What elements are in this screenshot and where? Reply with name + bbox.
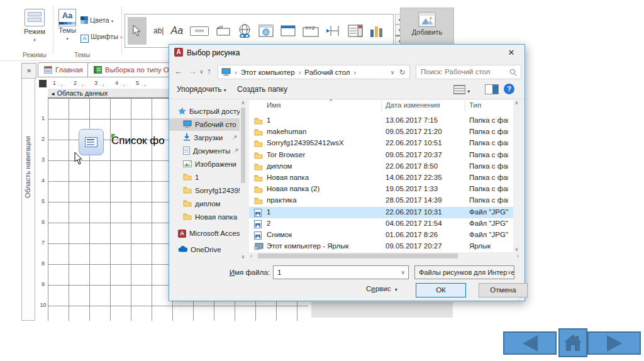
sidebar-item-3[interactable]: Документы [169, 145, 240, 157]
file-row-0[interactable]: 113.06.2017 7:15Папка с файлам [249, 115, 513, 126]
column-header-type[interactable]: Тип [469, 101, 481, 109]
file-row-10[interactable]: Снимок01.06.2017 8:26Файл "JPG" [249, 230, 513, 241]
tab-main-form[interactable]: Главная [38, 62, 89, 77]
new-folder-button[interactable]: Создать папку [237, 85, 287, 94]
address-dropdown-icon[interactable]: ∨ [391, 69, 395, 75]
file-row-11[interactable]: Этот компьютер - Ярлык09.05.2017 20:27Яр… [249, 241, 513, 252]
breadcrumb-desktop[interactable]: Рабочий стол [304, 69, 350, 76]
address-bar[interactable]: › Этот компьютер › Рабочий стол › ∨ ↻ [218, 65, 410, 79]
form-label-control[interactable]: Список фо [111, 135, 165, 147]
file-row-6[interactable]: Новая папка (2)19.05.2017 1:33Папка с фа… [249, 184, 513, 195]
file-row-3[interactable]: Tor Browser09.05.2017 20:37Папка с файла… [249, 150, 513, 161]
navigation-pane-collapsed[interactable]: Область навигации [21, 78, 35, 321]
sidebar-item-8[interactable]: Новая папка [169, 211, 240, 223]
organize-button[interactable]: Упорядочить ▾ [177, 85, 226, 94]
folder-icon [183, 173, 192, 182]
hyperlink-tool[interactable] [238, 24, 252, 38]
recent-locations-button[interactable]: ∨ [199, 69, 204, 75]
file-row-5[interactable]: Новая папка14.06.2017 22:35Папка с файла… [249, 172, 513, 184]
scroll-left-icon[interactable]: ‹ [250, 253, 252, 259]
page-tool[interactable]: XYZ [303, 25, 319, 37]
dialog-titlebar[interactable]: A Выбор рисунка ✕ [169, 45, 525, 61]
filename-input[interactable]: 1 ∨ [273, 265, 409, 279]
tab-control-tool[interactable] [216, 25, 231, 36]
image-icon [418, 12, 436, 27]
ok-button[interactable]: ОК [416, 283, 466, 297]
h-ruler-mark: 2 [74, 80, 77, 86]
slide-back-button[interactable] [503, 331, 557, 355]
forward-button[interactable]: → [188, 66, 197, 76]
close-button[interactable]: ✕ [502, 47, 521, 59]
ruler-corner-selector[interactable] [39, 80, 47, 87]
navigation-control-tool[interactable] [280, 25, 296, 36]
mode-button[interactable]: Режим ▾ [20, 9, 49, 43]
back-button[interactable]: ← [174, 66, 183, 76]
button-tool[interactable]: xxxx [190, 26, 209, 36]
sidebar-item-label: OneDrive [191, 246, 221, 253]
sidebar-item-2[interactable]: Загрузки [169, 131, 240, 144]
scroll-up-icon[interactable]: ∧ [240, 100, 247, 106]
help-button[interactable]: ? [504, 84, 514, 94]
slide-home-button[interactable] [558, 328, 587, 357]
nav-pane-expand-button[interactable]: » [21, 63, 36, 79]
file-row-4[interactable]: диплом22.06.2017 8:50Папка с файлам [249, 161, 513, 172]
breadcrumb-this-pc[interactable]: Этот компьютер [241, 69, 295, 76]
scrollbar-thumb[interactable] [241, 108, 245, 183]
colors-button[interactable]: Цвета ▾ [80, 16, 122, 24]
tab-query-form[interactable]: Выборка по типу ОУ [87, 62, 182, 77]
column-header-date[interactable]: Дата изменения [386, 101, 440, 109]
h-ruler-mark: 3 [94, 80, 97, 86]
file-type: Файл "JPG" [469, 208, 508, 216]
sidebar-item-1[interactable]: Рабочий сто [169, 118, 240, 131]
sidebar-item-6[interactable]: Sorryfg12439524 [169, 184, 240, 197]
file-name: 1 [267, 116, 270, 124]
h-ruler-mark: 1 [53, 80, 56, 86]
star-icon [178, 107, 186, 116]
page-break-tool[interactable] [326, 25, 341, 36]
controls-gallery: ab| Aa xxxx XYZ [125, 14, 394, 48]
pin-icon [233, 147, 239, 155]
scroll-down-icon[interactable]: ∨ [513, 247, 520, 252]
filelist-hscrollbar[interactable]: ‹ › [249, 252, 520, 260]
form-button-control[interactable] [79, 129, 104, 155]
themes-button[interactable]: Aa Темы ▾ [55, 9, 79, 42]
up-button[interactable]: ↑ [207, 66, 211, 76]
combo-box-tool[interactable] [348, 25, 363, 37]
sidebar-item-10[interactable]: OneDrive [169, 243, 240, 256]
file-row-9[interactable]: 204.06.2017 21:54Файл "JPG" [249, 218, 513, 230]
textbox-tool[interactable]: ab| [153, 26, 164, 35]
sidebar-scrollbar[interactable]: ∧ ∨ [240, 100, 247, 260]
scroll-up-icon[interactable]: ∧ [513, 100, 520, 106]
file-type: Папка с файлам [469, 162, 508, 170]
label-tool[interactable]: Aa [170, 25, 183, 36]
filelist-scrollbar[interactable]: ∧ ∨ [513, 100, 520, 252]
themes-aa-glyph: Aa [62, 11, 73, 20]
sidebar-item-0[interactable]: Быстрый доступ [169, 105, 240, 118]
preview-pane-button[interactable] [485, 84, 499, 94]
sidebar-item-5[interactable]: 1 [169, 171, 240, 184]
scroll-right-icon[interactable]: › [517, 253, 519, 259]
file-row-8[interactable]: 122.06.2017 10:31Файл "JPG" [249, 207, 513, 218]
toolbar-separator [169, 99, 525, 99]
tools-dropdown[interactable]: Сервис ▾ [366, 285, 397, 292]
sidebar-item-9[interactable]: AMicrosoft Access [169, 227, 240, 240]
select-tool[interactable] [128, 17, 147, 45]
slide-forward-button[interactable] [587, 331, 641, 355]
views-button[interactable]: ▾ [453, 85, 470, 95]
chart-tool[interactable] [370, 25, 384, 37]
search-input[interactable]: Поиск: Рабочий стол [416, 65, 521, 79]
refresh-icon[interactable]: ↻ [399, 68, 406, 77]
web-browser-tool[interactable] [258, 25, 274, 37]
file-row-7[interactable]: практика28.05.2017 14:39Папка с файлам [249, 195, 513, 206]
filetype-select[interactable]: Файлы рисунков для Интерне ∨ [414, 265, 514, 279]
scrollbar-thumb[interactable] [258, 253, 458, 258]
file-row-2[interactable]: Sorryfg1243952412wsX22.06.2017 10:51Папк… [249, 138, 513, 149]
sidebar-item-7[interactable]: диплом [169, 197, 240, 210]
column-header-name[interactable]: Имя [267, 101, 280, 109]
sidebar-item-4[interactable]: Изображени [169, 158, 240, 170]
jpg-icon [254, 220, 262, 230]
file-row-1[interactable]: makehuman09.05.2017 21:20Папка с файлам [249, 126, 513, 138]
fonts-button[interactable]: A Шрифты ▾ [80, 33, 125, 43]
scroll-down-icon[interactable]: ∨ [240, 254, 247, 260]
resize-grip[interactable]: ⋰ [518, 294, 523, 301]
